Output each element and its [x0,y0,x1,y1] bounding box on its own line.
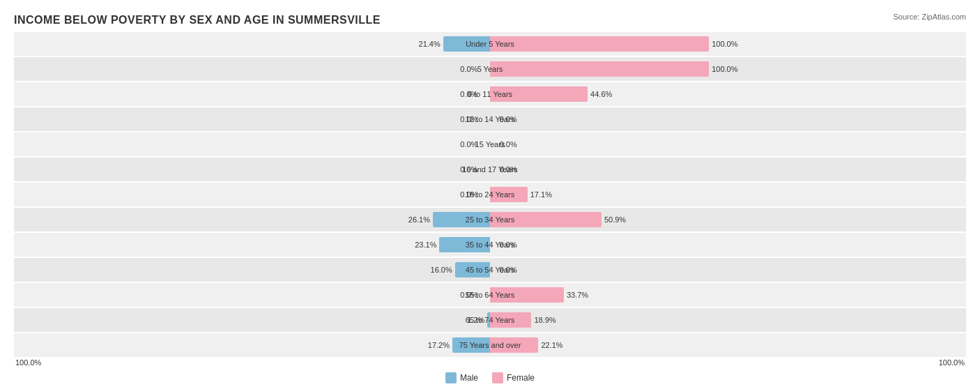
table-row: 0.0%16 and 17 Years0.0% [14,158,966,181]
table-row: 0.0%55 to 64 Years33.7% [14,283,966,307]
male-value: 26.1% [408,215,433,224]
chart-area: 21.4%Under 5 Years100.0%0.0%5 Years100.0… [14,32,966,337]
female-value: 50.9% [602,215,626,224]
legend-female: Female [492,372,535,383]
female-value: 100.0% [709,40,737,48]
row-label: 5 Years [477,65,503,73]
chart-title: INCOME BELOW POVERTY BY SEX AND AGE IN S… [14,14,966,26]
female-value: 17.1% [528,190,552,199]
table-row: 0.0%6 to 11 Years44.6% [14,82,966,106]
legend-male-box [445,372,457,383]
rows-container: 21.4%Under 5 Years100.0%0.0%5 Years100.0… [14,32,966,357]
legend: Male Female [14,372,966,383]
row-label: 6 to 11 Years [468,90,512,98]
male-value: 16.0% [431,266,455,274]
female-value: 44.6% [588,90,612,98]
table-row: 23.1%35 to 44 Years0.0% [14,233,966,257]
row-label: 55 to 64 Years [466,291,514,299]
legend-male: Male [445,372,478,383]
row-label: 35 to 44 Years [466,241,514,249]
bottom-right-label: 100.0% [939,358,966,367]
bottom-left-label: 100.0% [14,358,41,367]
table-row: 0.0%5 Years100.0% [14,57,966,81]
row-label: Under 5 Years [466,40,514,48]
female-value: 100.0% [709,65,737,73]
table-row: 1.2%65 to 74 Years18.9% [14,308,966,332]
female-bar [490,36,709,52]
male-value: 17.2% [428,341,452,349]
female-bar [490,61,709,77]
legend-female-label: Female [507,373,535,383]
table-row: 0.0%12 to 14 Years0.0% [14,107,966,131]
male-value: 23.1% [415,241,439,249]
row-label: 12 to 14 Years [466,115,514,123]
table-row: 17.2%75 Years and over22.1% [14,333,966,357]
table-row: 16.0%45 to 54 Years0.0% [14,258,966,282]
row-label: 18 to 24 Years [466,190,514,199]
row-label: 16 and 17 Years [462,165,518,174]
female-value: 22.1% [538,341,562,349]
row-label: 15 Years [475,140,505,148]
legend-male-label: Male [460,373,478,383]
female-value: 18.9% [531,316,556,324]
table-row: 21.4%Under 5 Years100.0% [14,32,966,56]
table-row: 26.1%25 to 34 Years50.9% [14,208,966,231]
row-label: 65 to 74 Years [466,316,514,324]
legend-female-box [492,372,503,383]
bottom-labels: 100.0%100.0% [14,357,966,368]
row-label: 25 to 34 Years [466,215,514,224]
row-label: 75 Years and over [459,341,521,349]
chart-container: INCOME BELOW POVERTY BY SEX AND AGE IN S… [0,0,980,389]
female-value: 33.7% [564,291,588,299]
table-row: 0.0%15 Years0.0% [14,132,966,156]
male-value: 21.4% [419,40,443,48]
row-label: 45 to 54 Years [466,266,514,274]
source-label: Source: ZipAtlas.com [893,13,966,21]
table-row: 0.0%18 to 24 Years17.1% [14,183,966,206]
